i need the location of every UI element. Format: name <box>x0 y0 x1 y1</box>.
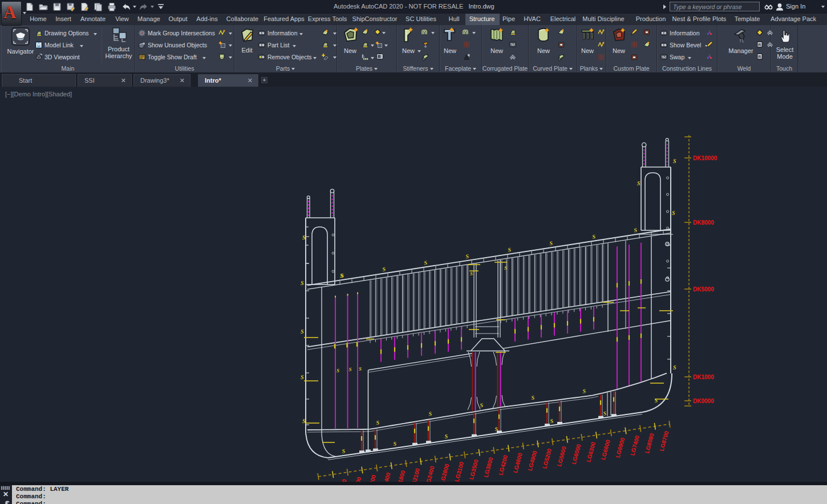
svg-text:S: S <box>342 448 346 454</box>
svg-text:LG5600: LG5600 <box>556 445 567 467</box>
svg-text:S: S <box>465 253 469 259</box>
svg-text:S: S <box>591 233 596 240</box>
svg-text:S: S <box>301 328 304 335</box>
svg-text:DK0000: DK0000 <box>693 398 714 404</box>
svg-text:S: S <box>359 366 362 372</box>
svg-text:R: R <box>758 55 761 59</box>
svg-text:LG1200: LG1200 <box>366 474 377 482</box>
svg-text:S: S <box>302 418 306 424</box>
svg-text:S: S <box>582 388 586 395</box>
svg-text:S: S <box>549 240 553 247</box>
svg-text:S: S <box>673 158 676 164</box>
svg-text:S: S <box>633 227 638 234</box>
svg-text:LG4200: LG4200 <box>497 454 509 476</box>
svg-text:S: S <box>301 374 304 380</box>
svg-text:S: S <box>507 246 512 253</box>
svg-text:LG8700: LG8700 <box>658 430 670 452</box>
svg-text:LG3500: LG3500 <box>468 458 480 480</box>
svg-text:S: S <box>382 266 386 273</box>
svg-text:LG3100: LG3100 <box>453 461 465 482</box>
svg-text:S: S <box>654 397 658 404</box>
svg-text:LG5200: LG5200 <box>541 448 553 469</box>
svg-text:S: S <box>301 280 304 286</box>
svg-text:LG6000: LG6000 <box>570 443 582 465</box>
svg-text:S: S <box>393 440 397 447</box>
svg-text:S: S <box>470 271 473 277</box>
svg-text:S: S <box>428 410 432 417</box>
svg-text:S: S <box>672 210 675 216</box>
svg-text:LG4600: LG4600 <box>512 452 524 474</box>
svg-text:LG1800: LG1800 <box>395 469 406 482</box>
svg-text:DK1000: DK1000 <box>693 374 714 380</box>
svg-text:S: S <box>349 367 352 372</box>
svg-text:S: S <box>302 234 306 241</box>
svg-text:LG2400: LG2400 <box>424 465 436 482</box>
svg-text:S: S <box>480 402 484 409</box>
svg-text:R: R <box>758 43 761 47</box>
svg-text:S: S <box>494 426 498 433</box>
svg-text:S: S <box>376 419 380 426</box>
svg-text:DK5000: DK5000 <box>693 286 714 292</box>
svg-text:LG4900: LG4900 <box>526 450 538 472</box>
svg-text:LG6900: LG6900 <box>614 437 626 458</box>
svg-text:LG2800: LG2800 <box>439 463 450 482</box>
svg-text:LG6600: LG6600 <box>600 439 611 461</box>
svg-text:S: S <box>504 265 507 271</box>
svg-text:S: S <box>444 433 448 440</box>
svg-text:LG1400: LG1400 <box>380 472 392 482</box>
svg-text:LG7400: LG7400 <box>629 434 640 456</box>
svg-text:S: S <box>423 259 428 266</box>
svg-text:S: S <box>673 364 676 371</box>
svg-text:LG2100: LG2100 <box>410 468 421 482</box>
svg-text:S: S <box>340 273 343 279</box>
svg-text:LG3800: LG3800 <box>483 456 494 478</box>
svg-text:DK8000: DK8000 <box>693 220 714 226</box>
svg-text:S: S <box>337 368 339 373</box>
svg-text:LG6300: LG6300 <box>585 441 597 463</box>
svg-text:S: S <box>550 418 554 425</box>
svg-text:LG0700: LG0700 <box>351 476 362 482</box>
svg-text:S: S <box>531 395 535 401</box>
svg-text:LG8080: LG8080 <box>644 432 655 454</box>
svg-text:S: S <box>637 180 640 186</box>
svg-text:DK10000: DK10000 <box>693 155 717 161</box>
svg-text:S: S <box>603 410 607 417</box>
